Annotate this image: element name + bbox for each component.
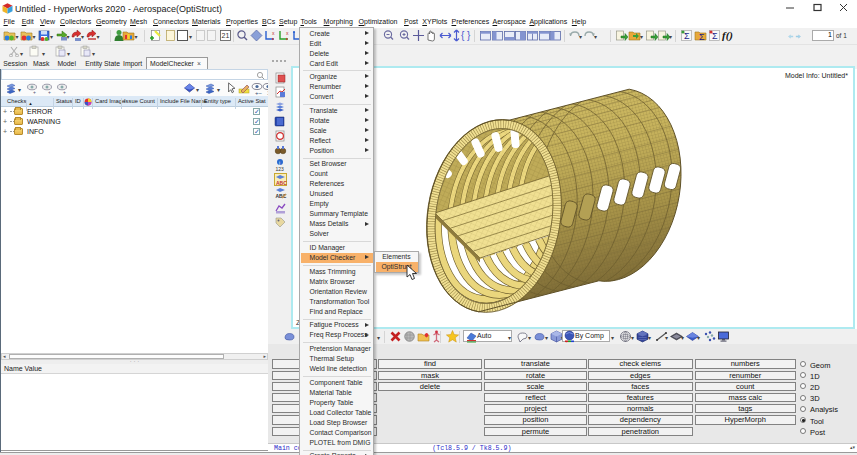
svg-text:{ }: { } [461,30,471,41]
svg-text:123: 123 [276,166,285,172]
svg-text:+: + [33,89,36,95]
svg-text:Σ: Σ [699,32,705,42]
svg-text:+: + [48,89,51,95]
svg-text:Σ: Σ [712,31,718,41]
svg-text:ABC: ABC [276,179,287,185]
svg-text:Σ: Σ [684,31,690,41]
svg-text:x: x [272,30,275,36]
svg-text:+: + [63,89,66,95]
svg-text:21: 21 [221,32,229,39]
svg-text:x: x [286,30,289,36]
